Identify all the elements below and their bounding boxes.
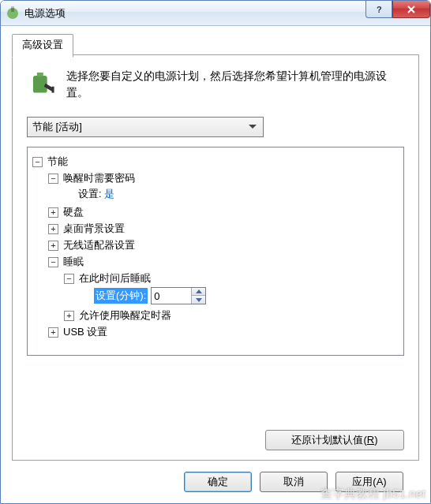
expand-toggle[interactable]: + [64, 311, 74, 321]
apply-button[interactable]: 应用(A) [335, 472, 403, 492]
chevron-down-icon [245, 120, 260, 134]
intro-row: 选择您要自定义的电源计划，然后选择您希望计算机管理的电源设置。 [27, 68, 404, 101]
tree-node-usb[interactable]: USB 设置 [63, 325, 107, 339]
tree-node-wireless[interactable]: 无线适配器设置 [63, 238, 135, 252]
spin-up-button[interactable] [192, 288, 205, 296]
restore-defaults-button[interactable]: 还原计划默认值(R) [265, 430, 404, 450]
svg-rect-2 [12, 6, 13, 9]
tree-node-wake-timer[interactable]: 允许使用唤醒定时器 [79, 308, 171, 323]
expand-toggle[interactable]: + [48, 241, 58, 251]
tree-node-power-saver[interactable]: 节能 [47, 155, 68, 169]
svg-rect-6 [37, 73, 43, 77]
settings-tree[interactable]: − 节能 − 唤醒时需要密码 设置: [27, 147, 404, 356]
power-plug-icon [6, 6, 20, 21]
titlebar: 电源选项 ? [1, 1, 430, 26]
collapse-toggle[interactable]: − [32, 157, 43, 167]
svg-rect-7 [52, 87, 54, 93]
expand-toggle[interactable]: + [48, 224, 58, 234]
tab-strip: 高级设置 [12, 34, 419, 55]
dialog-button-row: 确定 取消 应用(A) [184, 472, 403, 492]
combo-selected-text: 节能 [活动] [32, 120, 82, 134]
spin-down-button[interactable] [192, 296, 205, 304]
tree-node-sleep-after[interactable]: 在此时间后睡眠 [79, 271, 151, 286]
cancel-button[interactable]: 取消 [260, 472, 328, 492]
collapse-toggle[interactable]: − [48, 174, 58, 184]
collapse-toggle[interactable]: − [48, 257, 58, 267]
collapse-toggle[interactable]: − [64, 274, 74, 284]
dialog-body: 高级设置 选择您要自定义的电源计划，然后选择您希望计算机管理的电源设置。 节能 … [1, 26, 430, 503]
tree-node-sleep[interactable]: 睡眠 [63, 255, 84, 269]
help-button[interactable]: ? [365, 1, 392, 18]
tab-panel: 选择您要自定义的电源计划，然后选择您希望计算机管理的电源设置。 节能 [活动] … [12, 54, 419, 461]
tree-node-wake-password[interactable]: 唤醒时需要密码 [63, 171, 135, 185]
window-title: 电源选项 [24, 6, 365, 21]
tree-node-hdd[interactable]: 硬盘 [63, 205, 84, 219]
expand-toggle[interactable]: + [48, 327, 58, 338]
power-options-window: 电源选项 ? 高级设置 选择您要自定义的电源计划，然后选择您希望计算机管理的电源… [0, 0, 431, 504]
ok-button[interactable]: 确定 [184, 472, 252, 492]
sleep-minutes-input[interactable] [152, 289, 191, 303]
setting-value-wake-password[interactable]: 是 [104, 188, 114, 200]
expand-toggle[interactable]: + [48, 207, 58, 218]
intro-text: 选择您要自定义的电源计划，然后选择您希望计算机管理的电源设置。 [66, 68, 405, 101]
setting-label: 设置: [78, 188, 102, 200]
battery-plug-icon [27, 68, 58, 99]
tab-advanced-settings[interactable]: 高级设置 [12, 34, 73, 58]
svg-text:?: ? [377, 5, 382, 14]
close-button[interactable] [392, 1, 430, 18]
window-buttons: ? [365, 1, 430, 25]
setting-label-minutes: 设置(分钟): [94, 288, 148, 304]
svg-rect-3 [13, 6, 14, 9]
power-plan-combo[interactable]: 节能 [活动] [27, 117, 264, 137]
tree-node-desktop-bg[interactable]: 桌面背景设置 [63, 222, 125, 236]
svg-rect-5 [33, 76, 47, 93]
sleep-minutes-spinner[interactable] [151, 287, 206, 304]
